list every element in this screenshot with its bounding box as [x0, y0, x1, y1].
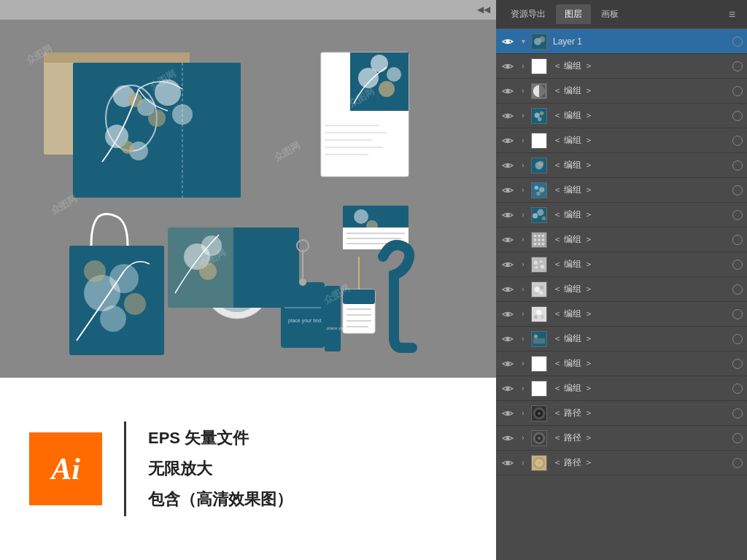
collapse-arrows[interactable]: ◀◀: [477, 4, 490, 15]
layer-circle-6[interactable]: [732, 210, 743, 220]
svg-point-123: [506, 386, 510, 390]
expand-arrow-13[interactable]: ›: [518, 384, 528, 394]
layer-row-2[interactable]: › ＜ 编组 ＞: [496, 104, 747, 128]
svg-point-105: [540, 260, 543, 262]
eye-icon-12[interactable]: [500, 357, 515, 371]
layer-row-path-2[interactable]: › ＜ 路径 ＞: [496, 426, 747, 451]
eye-icon-10[interactable]: [500, 307, 515, 322]
layer-name-13: ＜ 编组 ＞: [550, 382, 729, 394]
svg-point-57: [299, 279, 306, 286]
layer-row-5[interactable]: › ＜ 编组 ＞: [496, 178, 747, 203]
eye-icon-3[interactable]: [500, 133, 515, 148]
expand-arrow-path-1[interactable]: ›: [518, 408, 528, 419]
layer-row-13[interactable]: › ＜ 编组 ＞: [496, 376, 747, 401]
svg-point-98: [542, 238, 545, 241]
svg-point-107: [535, 265, 538, 268]
expand-arrow-7[interactable]: ›: [518, 235, 528, 245]
eye-icon-0[interactable]: [500, 59, 515, 74]
tab-resources[interactable]: 资源导出: [502, 4, 554, 24]
expand-arrow-11[interactable]: ›: [518, 334, 528, 344]
svg-rect-56: [281, 282, 325, 348]
layer-row-4[interactable]: › ＜ 编组 ＞: [496, 153, 747, 178]
layer-list[interactable]: ▾ Layer 1 › ＜ 编组 ＞: [496, 29, 747, 560]
eye-icon-9[interactable]: [500, 282, 515, 297]
layer-circle-path-1[interactable]: [732, 408, 743, 419]
layer-circle-0[interactable]: [732, 61, 743, 71]
layer-circle-2[interactable]: [732, 111, 743, 121]
eye-icon-2[interactable]: [500, 109, 515, 123]
svg-point-12: [121, 141, 134, 154]
expand-arrow-8[interactable]: ›: [518, 260, 528, 270]
eye-icon-6[interactable]: [500, 208, 515, 222]
svg-text:place your text: place your text: [288, 318, 322, 324]
layer-row-9[interactable]: › ＜ 编组 ＞: [496, 277, 747, 302]
svg-point-77: [506, 163, 510, 167]
layer-row-main[interactable]: ▾ Layer 1: [496, 29, 747, 54]
layer-circle-1[interactable]: [732, 86, 743, 96]
eye-icon[interactable]: [500, 34, 515, 49]
eye-icon-11[interactable]: [500, 332, 515, 346]
expand-arrow-0[interactable]: ›: [518, 61, 528, 71]
layer-row-path-3[interactable]: › ＜ 路径 ＞: [496, 451, 747, 475]
expand-arrow-main[interactable]: ▾: [518, 36, 528, 47]
layer-row-7[interactable]: › ＜ 编组 ＞: [496, 228, 747, 252]
layer-circle-path-2[interactable]: [732, 433, 743, 443]
svg-rect-41: [69, 246, 164, 268]
panel-menu-button[interactable]: ≡: [723, 5, 741, 24]
eye-icon-path-1[interactable]: [500, 406, 515, 421]
expand-arrow-1[interactable]: ›: [518, 86, 528, 96]
layer-row-0[interactable]: › ＜ 编组 ＞: [496, 54, 747, 79]
expand-arrow-9[interactable]: ›: [518, 284, 528, 295]
expand-arrow-10[interactable]: ›: [518, 309, 528, 319]
eye-icon-13[interactable]: [500, 381, 515, 396]
eye-icon-8[interactable]: [500, 257, 515, 272]
svg-point-62: [506, 39, 510, 43]
expand-arrow-5[interactable]: ›: [518, 185, 528, 195]
layer-row-11[interactable]: › ＜ 编组 ＞: [496, 327, 747, 351]
layer-thumb-11: [531, 331, 547, 347]
expand-arrow-4[interactable]: ›: [518, 160, 528, 171]
layer-row-path-1[interactable]: › ＜ 路径 ＞: [496, 401, 747, 426]
layer-row-3[interactable]: › ＜ 编组 ＞: [496, 128, 747, 153]
layer-circle-path-3[interactable]: [732, 458, 743, 468]
layer-circle-11[interactable]: [732, 334, 743, 344]
layer-circle-13[interactable]: [732, 384, 743, 394]
tab-artboard[interactable]: 画板: [592, 4, 627, 24]
svg-point-90: [542, 216, 546, 219]
expand-arrow-path-3[interactable]: ›: [518, 458, 528, 468]
eye-icon-1[interactable]: [500, 84, 515, 98]
expand-arrow-2[interactable]: ›: [518, 111, 528, 121]
layer-row-6[interactable]: › ＜ 编组 ＞: [496, 203, 747, 228]
svg-point-93: [534, 234, 537, 237]
eye-icon-7[interactable]: [500, 233, 515, 247]
layer-circle-10[interactable]: [732, 309, 743, 319]
layer-row-12[interactable]: › ＜ 编组 ＞: [496, 351, 747, 376]
layer-circle-3[interactable]: [732, 136, 743, 146]
layer-name-12: ＜ 编组 ＞: [550, 357, 729, 370]
expand-arrow-3[interactable]: ›: [518, 136, 528, 146]
svg-point-110: [535, 287, 540, 292]
layer-circle-5[interactable]: [732, 185, 743, 195]
eye-icon-5[interactable]: [500, 183, 515, 198]
eye-icon-path-2[interactable]: [500, 431, 515, 446]
layer-row-1[interactable]: › ＜ 编组 ＞: [496, 79, 747, 104]
expand-arrow-6[interactable]: ›: [518, 210, 528, 220]
expand-arrow-path-2[interactable]: ›: [518, 433, 528, 443]
layer-circle-4[interactable]: [732, 160, 743, 171]
svg-point-45: [124, 293, 146, 315]
expand-arrow-12[interactable]: ›: [518, 359, 528, 369]
eye-icon-path-3[interactable]: [500, 456, 515, 470]
svg-point-117: [541, 314, 544, 318]
eye-icon-4[interactable]: [500, 158, 515, 173]
layer-circle-9[interactable]: [732, 284, 743, 295]
layer-circle-7[interactable]: [732, 235, 743, 245]
layer-row-10[interactable]: › ＜ 编组 ＞: [496, 302, 747, 327]
layer-circle-12[interactable]: [732, 359, 743, 369]
svg-point-138: [538, 462, 541, 464]
layer-row-8[interactable]: › ＜ 编组 ＞: [496, 252, 747, 277]
svg-point-112: [539, 290, 543, 294]
tab-layers[interactable]: 图层: [556, 4, 591, 24]
layer-visibility-circle[interactable]: [732, 36, 743, 47]
layer-circle-8[interactable]: [732, 260, 743, 270]
svg-point-95: [542, 234, 545, 237]
